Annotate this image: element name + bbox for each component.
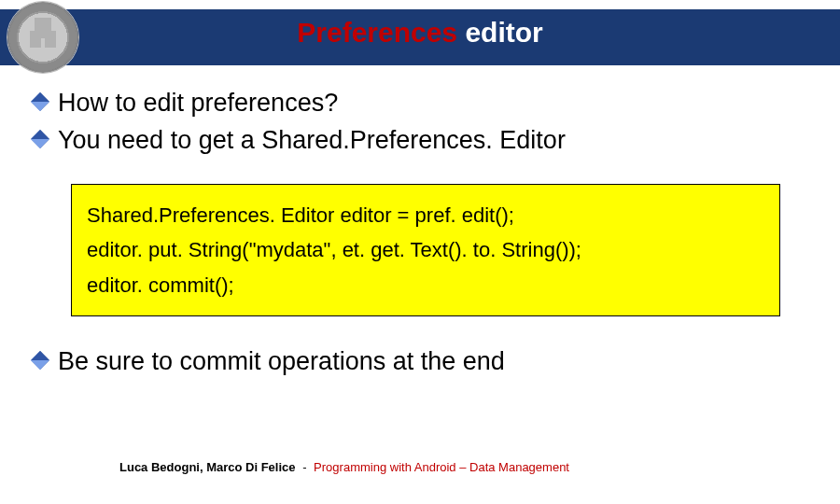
code-block: Shared.Preferences. Editor editor = pref… <box>71 184 780 316</box>
slide-body: How to edit preferences? You need to get… <box>34 86 806 382</box>
footer-separator: - <box>300 460 311 474</box>
footer-course: Programming with Android – Data Manageme… <box>314 460 569 474</box>
footer-authors: Luca Bedogni, Marco Di Felice <box>119 460 296 474</box>
bullet-item: You need to get a Shared.Preferences. Ed… <box>34 123 806 157</box>
code-line: editor. put. String("mydata", et. get. T… <box>87 232 764 267</box>
bullet-item: Be sure to commit operations at the end <box>34 344 806 378</box>
diamond-bullet-icon <box>31 351 49 370</box>
bullet-text: Be sure to commit operations at the end <box>58 347 505 375</box>
bullet-text: You need to get a Shared.Preferences. Ed… <box>58 126 566 154</box>
slide: Preferences editor How to edit preferenc… <box>0 0 840 504</box>
diamond-bullet-icon <box>31 131 49 149</box>
code-line: Shared.Preferences. Editor editor = pref… <box>87 198 764 232</box>
slide-title: Preferences editor <box>0 17 840 49</box>
bullet-text: How to edit preferences? <box>58 89 338 117</box>
title-accent: Preferences <box>297 17 457 48</box>
title-rest: editor <box>457 17 543 48</box>
bullet-item: How to edit preferences? <box>34 86 806 119</box>
footer: Luca Bedogni, Marco Di Felice - Programm… <box>119 460 569 474</box>
diamond-bullet-icon <box>31 92 49 111</box>
code-line: editor. commit(); <box>87 268 764 302</box>
